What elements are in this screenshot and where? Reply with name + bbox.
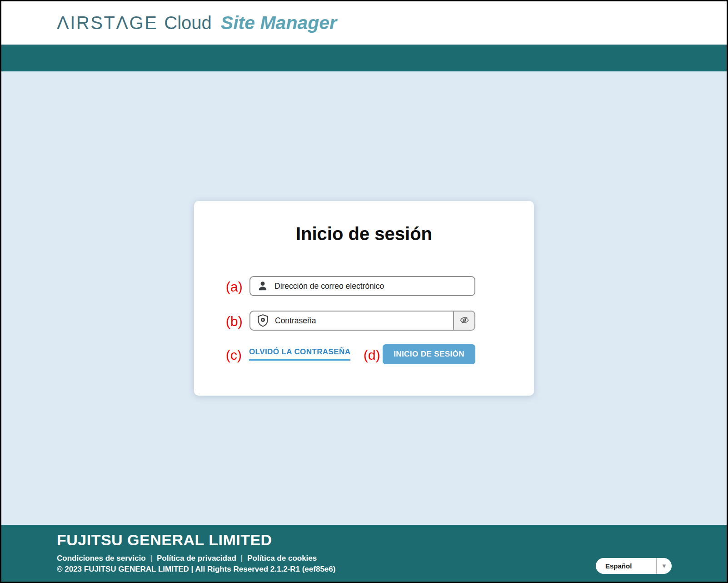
login-button[interactable]: INICIO DE SESIÓN [383,344,475,364]
toggle-password-visibility-button[interactable] [453,312,474,330]
password-field[interactable] [249,311,475,331]
chevron-down-icon: ▼ [661,563,667,569]
privacy-policy-link[interactable]: Política de privacidad [157,554,236,563]
forgot-password-link[interactable]: OLVIDÓ LA CONTRASEÑA [249,347,350,361]
language-selector[interactable]: Español ▼ [596,558,672,574]
eye-slash-icon [459,315,469,327]
footer-links: Condiciones de servicio|Política de priv… [57,554,317,563]
login-card: Inicio de sesión (a) (b) [194,201,534,396]
language-selected-value: Español [596,562,632,570]
footer-link-separator: | [241,554,243,563]
logo-site-manager-text: Site Manager [221,12,337,34]
copyright-text: © 2023 FUJITSU GENERAL LIMITED | All Rig… [57,565,335,574]
password-input[interactable] [269,316,453,326]
app-header: ΛIRSTΛGE Cloud Site Manager [1,1,727,45]
annotation-label-c: (c) [226,347,242,363]
annotation-label-b: (b) [226,314,243,329]
login-title: Inicio de sesión [194,224,534,244]
shield-keyhole-icon [257,314,269,327]
page-footer: FUJITSU GENERAL LIMITED Condiciones de s… [1,525,727,582]
email-field[interactable] [249,276,475,296]
language-dropdown-arrow-box[interactable]: ▼ [656,558,672,574]
logo-cloud-text: Cloud [164,13,212,33]
cookie-policy-link[interactable]: Política de cookies [247,554,317,563]
annotation-label-a: (a) [226,279,243,295]
main-area: Inicio de sesión (a) (b) [1,71,727,525]
email-input[interactable] [269,281,474,291]
footer-company-name: FUJITSU GENERAL LIMITED [57,531,272,549]
login-page: ΛIRSTΛGE Cloud Site Manager Inicio de se… [0,0,728,583]
footer-link-separator: | [150,554,152,563]
user-icon [257,280,269,292]
airstage-cloud-logo: ΛIRSTΛGE Cloud Site Manager [57,1,337,45]
annotation-label-d: (d) [364,347,380,363]
terms-of-service-link[interactable]: Condiciones de servicio [57,554,146,563]
logo-airstage-text: ΛIRSTΛGE [57,13,158,33]
header-accent-bar [1,45,727,71]
